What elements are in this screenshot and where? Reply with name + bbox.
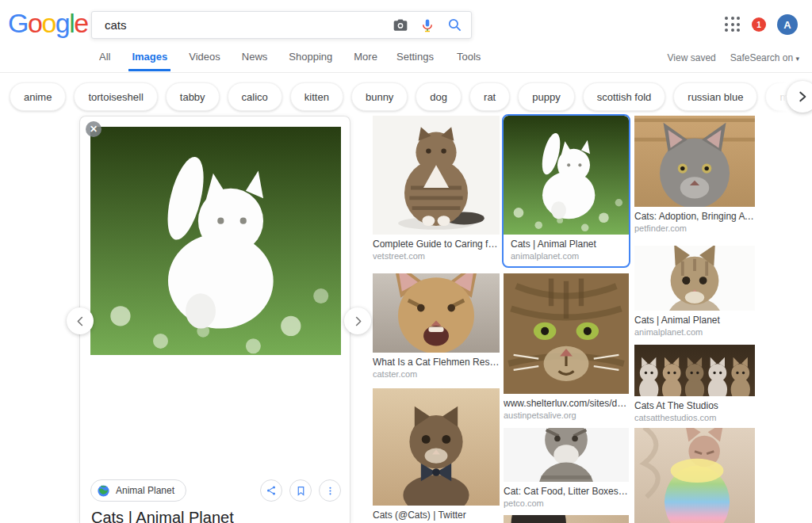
- result-item[interactable]: [634, 428, 755, 523]
- result-title: Cats (@Cats) | Twitter: [373, 510, 500, 521]
- result-item[interactable]: www.shelterluv.com/sites/defaul…austinpe…: [504, 273, 629, 420]
- bookmark-icon: [296, 486, 306, 496]
- chip-anime[interactable]: anime: [10, 82, 66, 111]
- result-title: Cats | Animal Planet: [634, 315, 755, 326]
- result-title: Complete Guide to Caring for Cat…: [373, 239, 500, 250]
- result-caption: Cat: Cat Food, Litter Boxes and …petco.c…: [504, 486, 629, 508]
- view-saved-link[interactable]: View saved: [668, 52, 716, 63]
- share-button[interactable]: [260, 479, 282, 502]
- result-thumbnail[interactable]: [504, 273, 629, 394]
- result-caption: Cats (@Cats) | Twitter: [373, 510, 500, 521]
- source-label: Animal Planet: [116, 485, 174, 496]
- caret-down-icon: ▾: [795, 55, 799, 63]
- result-title: What Is a Cat Flehmen Response…: [373, 357, 500, 368]
- tools-group: Settings Tools: [396, 51, 481, 63]
- result-thumbnail[interactable]: [373, 273, 500, 353]
- previous-image-button[interactable]: [67, 307, 94, 334]
- result-item[interactable]: Cats: Adoption, Bringing A Cat H…petfind…: [634, 116, 755, 233]
- mic-icon[interactable]: [414, 12, 441, 39]
- result-item[interactable]: Cat: Cat Food, Litter Boxes and …petco.c…: [504, 428, 629, 508]
- next-image-button[interactable]: [344, 307, 371, 334]
- chip-bunny[interactable]: bunny: [351, 82, 408, 111]
- result-item-selected[interactable]: Cats | Animal Planetanimalplanet.com: [502, 114, 630, 268]
- result-caption: www.shelterluv.com/sites/defaul…austinpe…: [504, 398, 629, 420]
- chip-rat[interactable]: rat: [469, 82, 510, 111]
- more-options-button[interactable]: [319, 479, 341, 502]
- tab-all[interactable]: All: [99, 51, 110, 71]
- search-input[interactable]: [92, 18, 387, 32]
- source-pill[interactable]: Animal Planet: [90, 479, 186, 502]
- result-item[interactable]: Cats At The Studioscatsatthestudios.com: [634, 345, 755, 422]
- result-title: Cat: Cat Food, Litter Boxes and …: [504, 486, 629, 497]
- related-search-chips: animetortoiseshelltabbycalicokittenbunny…: [0, 79, 812, 114]
- close-icon[interactable]: ✕: [86, 121, 102, 137]
- chip-calico[interactable]: calico: [228, 82, 282, 111]
- avatar[interactable]: A: [777, 14, 798, 35]
- result-domain: petfinder.com: [634, 223, 755, 233]
- result-title: Cats At The Studios: [634, 400, 755, 411]
- logo-letter: e: [74, 8, 87, 38]
- result-item[interactable]: Complete Guide to Caring for Cat…vetstre…: [373, 116, 500, 261]
- result-thumbnail[interactable]: [504, 116, 629, 235]
- logo-letter: o: [28, 8, 41, 38]
- logo-letter: G: [8, 8, 28, 38]
- result-domain: petco.com: [504, 498, 629, 508]
- result-caption: What Is a Cat Flehmen Response…catster.c…: [373, 357, 500, 379]
- chip-puppy[interactable]: puppy: [518, 82, 574, 111]
- search-icon[interactable]: [441, 12, 468, 39]
- chips-scroll-right-button[interactable]: [787, 81, 812, 113]
- search-bar: [91, 11, 472, 39]
- preview-source-row: Animal Planet: [90, 479, 341, 502]
- result-item[interactable]: [504, 515, 629, 523]
- result-caption: Cats At The Studioscatsatthestudios.com: [634, 400, 755, 422]
- result-caption: Cats | Animal Planetanimalplanet.com: [504, 239, 629, 261]
- result-thumbnail[interactable]: [504, 428, 629, 482]
- result-thumbnail[interactable]: [634, 345, 755, 396]
- camera-icon[interactable]: [387, 12, 414, 39]
- preview-image[interactable]: [90, 127, 341, 355]
- result-title: www.shelterluv.com/sites/defaul…: [504, 398, 629, 409]
- result-domain: animalplanet.com: [511, 251, 622, 261]
- notification-badge[interactable]: 1: [752, 17, 766, 32]
- preview-title: Cats | Animal Planet: [91, 509, 234, 523]
- safesearch-toggle[interactable]: SafeSearch on ▾: [730, 52, 799, 63]
- result-caption: Complete Guide to Caring for Cat…vetstre…: [373, 239, 500, 261]
- google-logo[interactable]: Google: [8, 8, 88, 39]
- tab-images[interactable]: Images: [132, 51, 167, 71]
- result-thumbnail[interactable]: [373, 388, 500, 506]
- result-thumbnail[interactable]: [634, 116, 755, 207]
- result-thumbnail[interactable]: [634, 246, 755, 311]
- apps-grid-icon[interactable]: [725, 17, 741, 32]
- google-images-page: Google 1 A AllImagesVideosNewsShoppingMo…: [0, 0, 812, 523]
- tab-shopping[interactable]: Shopping: [289, 51, 332, 71]
- search-tabs: AllImagesVideosNewsShoppingMore: [99, 51, 377, 71]
- chip-tabby[interactable]: tabby: [166, 82, 220, 111]
- result-item[interactable]: Cats (@Cats) | Twitter: [373, 388, 500, 521]
- result-domain: animalplanet.com: [634, 327, 755, 337]
- chip-tortoiseshell[interactable]: tortoiseshell: [74, 82, 157, 111]
- tab-more[interactable]: More: [354, 51, 377, 71]
- result-title: Cats | Animal Planet: [511, 239, 622, 250]
- result-domain: catster.com: [373, 369, 500, 379]
- globe-icon: [97, 484, 110, 498]
- kebab-icon: [325, 486, 335, 496]
- chip-scottish-fold[interactable]: scottish fold: [583, 82, 666, 111]
- bookmark-button[interactable]: [289, 479, 312, 502]
- settings-button[interactable]: Settings: [396, 51, 434, 63]
- tools-button[interactable]: Tools: [457, 51, 481, 63]
- result-item[interactable]: Cats | Animal Planetanimalplanet.com: [634, 246, 755, 337]
- tab-news[interactable]: News: [242, 51, 268, 71]
- result-thumbnail[interactable]: [634, 428, 755, 523]
- header: Google 1 A AllImagesVideosNewsShoppingMo…: [0, 0, 812, 73]
- result-domain: catsatthestudios.com: [634, 413, 755, 422]
- preview-actions: [260, 479, 341, 502]
- result-title: Cats: Adoption, Bringing A Cat H…: [634, 211, 755, 222]
- chip-russian-blue[interactable]: russian blue: [673, 82, 757, 111]
- result-thumbnail[interactable]: [373, 116, 500, 235]
- chip-dog[interactable]: dog: [416, 82, 462, 111]
- result-item[interactable]: What Is a Cat Flehmen Response…catster.c…: [373, 273, 500, 379]
- result-thumbnail[interactable]: [504, 515, 629, 523]
- chip-kitten[interactable]: kitten: [290, 82, 343, 111]
- saved-group: View saved SafeSearch on ▾: [668, 52, 799, 63]
- tab-videos[interactable]: Videos: [189, 51, 220, 71]
